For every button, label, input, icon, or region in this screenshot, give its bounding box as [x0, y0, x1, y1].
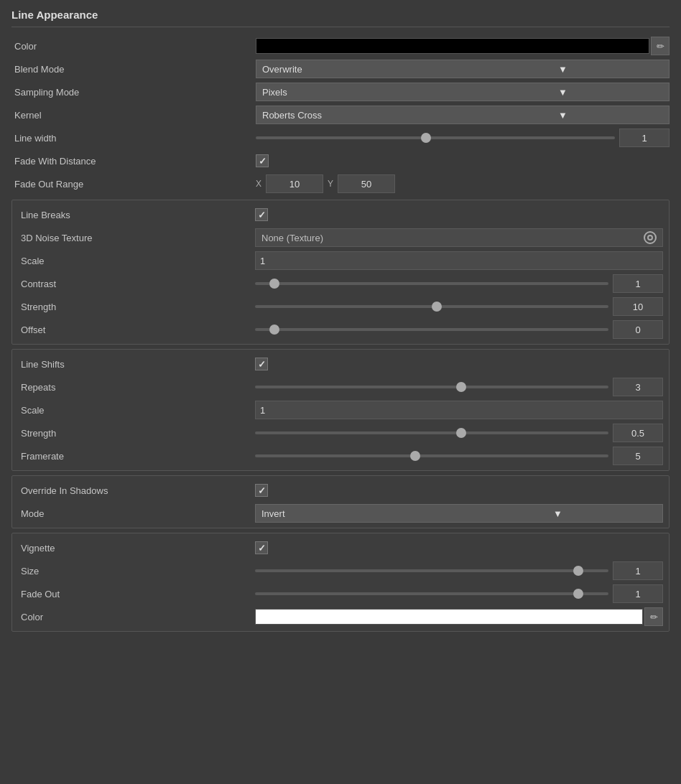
- kernel-dropdown[interactable]: Roberts Cross ▼: [256, 106, 670, 124]
- override-checkbox[interactable]: [255, 484, 268, 497]
- vignette-eyedropper-button[interactable]: ✏: [644, 607, 663, 626]
- lb-offset-row: Offset: [18, 318, 663, 341]
- ls-repeats-row: Repeats: [18, 375, 663, 398]
- circle-btn-inner-icon: [647, 235, 653, 241]
- lb-offset-slider[interactable]: [255, 328, 608, 331]
- color-label: Color: [11, 41, 256, 52]
- vignette-size-input[interactable]: [613, 561, 663, 580]
- line-width-slider[interactable]: [256, 136, 615, 139]
- vignette-color-bar[interactable]: [255, 609, 643, 625]
- ls-repeats-label: Repeats: [18, 382, 255, 393]
- ls-strength-row: Strength: [18, 421, 663, 444]
- line-shifts-checkbox[interactable]: [255, 358, 268, 370]
- ls-strength-label: Strength: [18, 428, 255, 439]
- lb-strength-thumb: [432, 302, 442, 312]
- line-width-input[interactable]: [619, 129, 670, 147]
- ls-scale-input[interactable]: [255, 401, 663, 419]
- lb-strength-input[interactable]: [613, 297, 663, 316]
- noise-texture-circle-btn[interactable]: [644, 231, 657, 244]
- line-shifts-control: [255, 358, 663, 370]
- lb-strength-slider[interactable]: [255, 305, 608, 308]
- vignette-size-thumb: [573, 566, 583, 576]
- ls-framerate-row: Framerate: [18, 444, 663, 467]
- x-label: X: [256, 179, 261, 189]
- vignette-size-control: [255, 561, 663, 580]
- y-input[interactable]: [338, 174, 395, 193]
- lb-contrast-label: Contrast: [18, 279, 255, 289]
- blend-mode-arrow-icon: ▼: [463, 64, 663, 75]
- lb-scale-label: Scale: [18, 256, 255, 266]
- override-mode-value: Invert: [261, 508, 459, 519]
- sampling-mode-row: Sampling Mode Pixels ▼: [11, 80, 670, 103]
- vignette-fadeout-control: [255, 584, 663, 603]
- line-breaks-label: Line Breaks: [18, 210, 255, 220]
- fade-with-distance-row: Fade With Distance: [11, 149, 670, 172]
- sampling-mode-dropdown[interactable]: Pixels ▼: [256, 83, 670, 101]
- ls-framerate-slider-wrapper: [255, 447, 663, 465]
- vignette-fadeout-input[interactable]: [613, 584, 663, 603]
- line-width-label: Line width: [11, 133, 256, 144]
- ls-repeats-slider-wrapper: [255, 378, 663, 396]
- vignette-color-control: ✏: [255, 607, 663, 626]
- override-control: [255, 484, 663, 497]
- color-bar[interactable]: [256, 38, 649, 54]
- lb-strength-label: Strength: [18, 302, 255, 312]
- x-input[interactable]: [266, 174, 323, 193]
- vignette-size-slider[interactable]: [255, 569, 608, 572]
- lb-offset-control: [255, 320, 663, 339]
- noise-texture-picker[interactable]: None (Texture): [255, 228, 663, 247]
- override-row: Override In Shadows: [18, 479, 663, 502]
- lb-contrast-slider-wrapper: [255, 274, 663, 293]
- ls-strength-slider[interactable]: [255, 431, 608, 434]
- fade-with-distance-checkbox[interactable]: [256, 154, 269, 167]
- vignette-fadeout-thumb: [573, 589, 583, 599]
- kernel-value: Roberts Cross: [262, 110, 463, 121]
- blend-mode-value: Overwrite: [262, 64, 463, 75]
- line-breaks-checkbox[interactable]: [255, 208, 268, 221]
- kernel-control: Roberts Cross ▼: [256, 106, 670, 124]
- override-section: Override In Shadows Mode Invert ▼: [11, 475, 670, 528]
- line-breaks-row: Line Breaks: [18, 203, 663, 226]
- kernel-arrow-icon: ▼: [463, 110, 663, 121]
- ls-repeats-thumb: [456, 382, 466, 392]
- ls-strength-input[interactable]: [613, 424, 663, 442]
- kernel-row: Kernel Roberts Cross ▼: [11, 103, 670, 126]
- lb-contrast-slider[interactable]: [255, 282, 608, 285]
- blend-mode-dropdown[interactable]: Overwrite ▼: [256, 60, 670, 78]
- color-control: ✏: [256, 37, 670, 55]
- ls-repeats-slider[interactable]: [255, 386, 608, 388]
- lb-offset-input[interactable]: [613, 320, 663, 339]
- lb-contrast-input[interactable]: [613, 274, 663, 293]
- vignette-size-slider-wrapper: [255, 561, 663, 580]
- vignette-fadeout-slider[interactable]: [255, 592, 608, 595]
- ls-repeats-input[interactable]: [613, 378, 663, 396]
- vignette-label: Vignette: [18, 543, 255, 554]
- ls-scale-row: Scale: [18, 398, 663, 421]
- lb-contrast-thumb: [269, 279, 279, 289]
- blend-mode-label: Blend Mode: [11, 64, 256, 75]
- override-mode-arrow-icon: ▼: [459, 508, 657, 519]
- line-breaks-control: [255, 208, 663, 221]
- ls-framerate-input[interactable]: [613, 447, 663, 465]
- sampling-mode-arrow-icon: ▼: [463, 87, 663, 98]
- ls-repeats-control: [255, 378, 663, 396]
- vignette-fadeout-slider-wrapper: [255, 584, 663, 603]
- ls-strength-slider-wrapper: [255, 424, 663, 442]
- noise-texture-row: 3D Noise Texture None (Texture): [18, 226, 663, 249]
- eyedropper-button[interactable]: ✏: [651, 37, 670, 55]
- line-width-control: [256, 129, 670, 147]
- vignette-checkbox[interactable]: [255, 541, 268, 554]
- vignette-control: [255, 541, 663, 554]
- y-label: Y: [328, 179, 333, 189]
- ls-scale-label: Scale: [18, 405, 255, 416]
- lb-scale-input[interactable]: [255, 251, 663, 270]
- line-width-thumb: [421, 133, 431, 143]
- ls-framerate-control: [255, 447, 663, 465]
- ls-framerate-thumb: [410, 451, 420, 461]
- color-row: Color ✏: [11, 34, 670, 57]
- override-mode-dropdown[interactable]: Invert ▼: [255, 504, 663, 523]
- ls-framerate-slider[interactable]: [255, 454, 608, 457]
- lb-offset-label: Offset: [18, 325, 255, 335]
- fade-out-range-control: X Y: [256, 174, 670, 193]
- line-width-slider-wrapper: [256, 129, 670, 147]
